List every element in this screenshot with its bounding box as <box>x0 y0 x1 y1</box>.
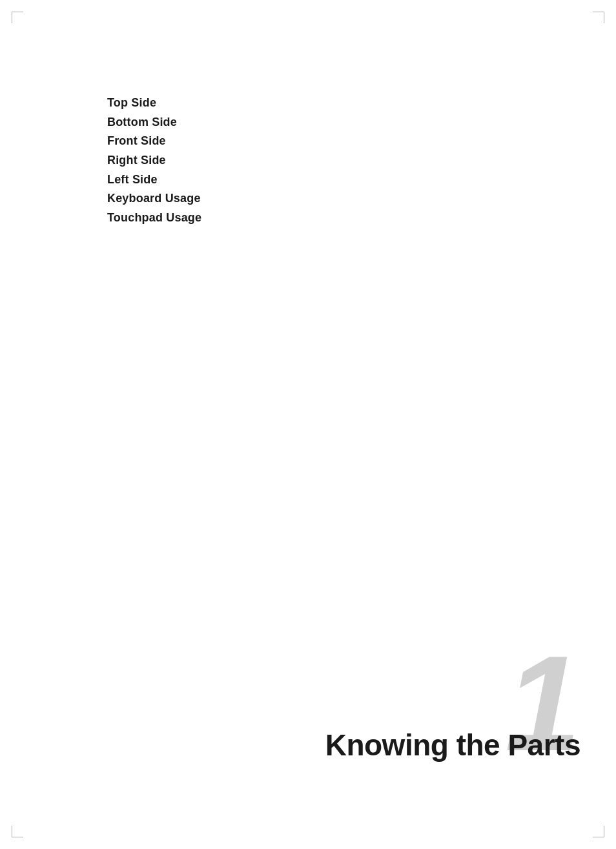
corner-mark-bottom-right <box>593 826 604 837</box>
toc-item-touchpad-usage[interactable]: Touchpad Usage <box>107 209 201 228</box>
toc-item-left-side[interactable]: Left Side <box>107 170 201 190</box>
toc-item-keyboard-usage[interactable]: Keyboard Usage <box>107 189 201 209</box>
toc-item-top-side[interactable]: Top Side <box>107 94 201 113</box>
toc-list: Top Side Bottom Side Front Side Right Si… <box>107 94 201 228</box>
corner-mark-top-left <box>12 12 23 23</box>
chapter-title: Knowing the Parts <box>0 729 580 762</box>
toc-item-front-side[interactable]: Front Side <box>107 132 201 151</box>
corner-mark-top-right <box>593 12 604 23</box>
toc-item-bottom-side[interactable]: Bottom Side <box>107 113 201 132</box>
toc-item-right-side[interactable]: Right Side <box>107 151 201 170</box>
page: Top Side Bottom Side Front Side Right Si… <box>0 0 616 849</box>
corner-mark-bottom-left <box>12 826 23 837</box>
